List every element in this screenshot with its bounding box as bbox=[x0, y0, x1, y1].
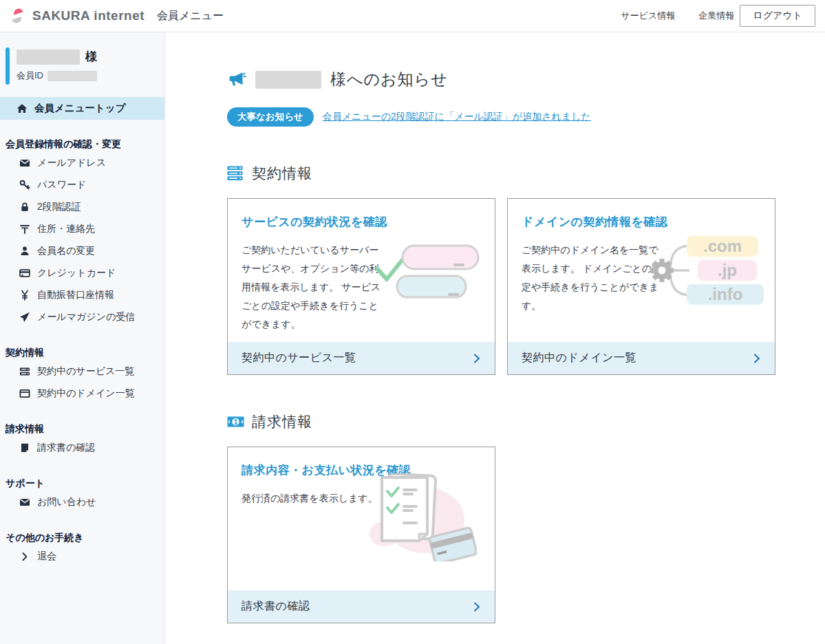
section-title: 請求情報 bbox=[252, 412, 312, 431]
card-body-text: ご契約いただいているサーバーサービスや、オプション等の利用情報を表示します。 サ… bbox=[242, 241, 387, 334]
card-domain-contract: ドメインの契約情報を確認 ご契約中のドメイン名を一覧で表示します。 ドメインごと… bbox=[507, 198, 775, 375]
send-icon bbox=[19, 312, 30, 323]
sidebar-item-label: メールマガジンの受信 bbox=[37, 311, 135, 323]
sidebar: 様 会員ID 会員メニュートップ 会員登録情報の確認・変更メールアドレスパスワー… bbox=[0, 32, 165, 644]
sidebar-item-credit-card[interactable]: クレジットカード bbox=[0, 262, 164, 284]
sidebar-item-address[interactable]: 住所・連絡先 bbox=[0, 218, 164, 240]
svg-text:1: 1 bbox=[234, 418, 238, 426]
card-body-text: ご契約中のドメイン名を一覧で表示します。 ドメインごとの設定や手続きを行うことが… bbox=[522, 241, 667, 315]
domain-pill-com: .com bbox=[703, 237, 742, 255]
brand: SAKURA internet bbox=[8, 7, 144, 25]
sidebar-item-domain-list[interactable]: 契約中のドメイン一覧 bbox=[0, 383, 164, 405]
sidebar-item-two-factor[interactable]: 2段階認証 bbox=[0, 196, 164, 218]
sidebar-item-email[interactable]: メールアドレス bbox=[0, 152, 164, 174]
user-name-suffix: 様 bbox=[85, 49, 97, 65]
chevron-right-icon bbox=[751, 353, 762, 364]
notice-link[interactable]: 会員メニューの2段階認証に「メール認証」が追加されました bbox=[323, 111, 591, 123]
top-bar: SAKURA internet 会員メニュー サービス情報企業情報 ログアウト bbox=[0, 0, 825, 32]
sidebar-item-label: 退会 bbox=[37, 550, 56, 563]
sidebar-section-title: 会員登録情報の確認・変更 bbox=[6, 138, 159, 151]
sidebar-item-password[interactable]: パスワード bbox=[0, 174, 164, 196]
banknote-icon: 1 bbox=[227, 414, 244, 429]
sidebar-item-withdraw[interactable]: 退会 bbox=[0, 546, 164, 568]
sidebar-item-label: 契約中のサービス一覧 bbox=[37, 365, 134, 378]
card-title: 請求内容・お支払い状況を確認 bbox=[242, 462, 481, 478]
invoice-icon bbox=[19, 442, 30, 453]
sakura-logo-icon bbox=[8, 7, 27, 25]
server-stack-icon bbox=[227, 166, 244, 181]
app-title: 会員メニュー bbox=[157, 9, 224, 23]
user-accent-bar bbox=[6, 47, 10, 85]
redacted-user-name bbox=[255, 71, 321, 89]
sidebar-section-title: その他のお手続き bbox=[6, 532, 159, 544]
section-heading-billing: 1 請求情報 bbox=[227, 412, 825, 431]
card-footer-link-invoice-check[interactable]: 請求書の確認 bbox=[228, 590, 495, 623]
sidebar-item-label: 請求書の確認 bbox=[37, 442, 95, 454]
redacted-member-id bbox=[47, 71, 97, 81]
megaphone-icon bbox=[227, 70, 246, 89]
chevron-right-icon bbox=[19, 551, 30, 562]
card-billing: 請求内容・お支払い状況を確認 発行済の請求書を表示します。 bbox=[227, 447, 495, 623]
sidebar-item-label: メールアドレス bbox=[37, 157, 106, 169]
main-content: 様へのお知らせ 大事なお知らせ 会員メニューの2段階認証に「メール認証」が追加さ… bbox=[165, 32, 825, 644]
user-block: 様 会員ID bbox=[0, 32, 164, 82]
lock-icon bbox=[19, 202, 30, 213]
logout-button[interactable]: ログアウト bbox=[740, 5, 815, 27]
top-nav: サービス情報企業情報 bbox=[621, 10, 734, 22]
page-title: 様へのお知らせ bbox=[330, 69, 448, 90]
home-icon bbox=[17, 103, 28, 114]
brand-name: SAKURA internet bbox=[32, 8, 144, 23]
notice-badge: 大事なお知らせ bbox=[227, 107, 314, 127]
card-body-text: 発行済の請求書を表示します。 bbox=[242, 489, 407, 508]
sidebar-item-label: 住所・連絡先 bbox=[37, 223, 95, 235]
postal-mark-icon bbox=[19, 224, 30, 235]
sidebar-section-title: 契約情報 bbox=[6, 347, 159, 359]
sidebar-item-label: 会員名の変更 bbox=[37, 245, 95, 257]
sidebar-item-mail-magazine[interactable]: メールマガジンの受信 bbox=[0, 306, 164, 328]
chevron-right-icon bbox=[471, 601, 482, 612]
mail-icon bbox=[19, 497, 30, 508]
credit-card-icon bbox=[19, 268, 30, 279]
section-heading-contract: 契約情報 bbox=[227, 164, 825, 183]
notice-row: 大事なお知らせ 会員メニューの2段階認証に「メール認証」が追加されました bbox=[227, 107, 825, 127]
sidebar-item-service-list[interactable]: 契約中のサービス一覧 bbox=[0, 361, 164, 383]
card-title: サービスの契約状況を確認 bbox=[242, 214, 481, 230]
sidebar-item-label: お問い合わせ bbox=[37, 496, 96, 508]
sidebar-item-label: 会員メニュートップ bbox=[34, 102, 126, 115]
sidebar-item-contact[interactable]: お問い合わせ bbox=[0, 491, 164, 513]
sidebar-item-label: 契約中のドメイン一覧 bbox=[37, 387, 135, 400]
sidebar-item-label: クレジットカード bbox=[37, 267, 116, 279]
sidebar-section-title: サポート bbox=[6, 477, 159, 490]
sidebar-item-label: 自動振替口座情報 bbox=[37, 289, 114, 301]
announcement-heading: 様へのお知らせ bbox=[227, 69, 825, 90]
section-title: 契約情報 bbox=[252, 164, 312, 183]
sidebar-item-bank-transfer[interactable]: 自動振替口座情報 bbox=[0, 284, 164, 306]
sidebar-item-invoice-check[interactable]: 請求書の確認 bbox=[0, 437, 164, 459]
top-nav-link-corporate-info[interactable]: 企業情報 bbox=[698, 10, 734, 22]
top-nav-link-service-info[interactable]: サービス情報 bbox=[621, 10, 675, 22]
services-illustration-icon bbox=[374, 240, 482, 309]
sidebar-item-label: パスワード bbox=[37, 179, 86, 191]
card-footer-label: 契約中のドメイン一覧 bbox=[522, 351, 636, 365]
server-stack-icon bbox=[19, 366, 30, 377]
card-footer-link-service-list[interactable]: 契約中のサービス一覧 bbox=[228, 342, 495, 374]
domain-pill-jp: .jp bbox=[718, 261, 737, 279]
card-footer-label: 契約中のサービス一覧 bbox=[242, 351, 356, 365]
chevron-right-icon bbox=[471, 353, 482, 364]
invoice-illustration-icon bbox=[358, 473, 477, 564]
redacted-user-name bbox=[17, 50, 80, 65]
card-service-contract: サービスの契約状況を確認 ご契約いただいているサーバーサービスや、オプション等の… bbox=[227, 198, 495, 375]
mail-icon bbox=[19, 158, 30, 169]
key-icon bbox=[19, 180, 30, 191]
sidebar-item-label: 2段階認証 bbox=[37, 201, 81, 213]
domain-pill-info: .info bbox=[708, 285, 743, 303]
card-footer-link-domain-list[interactable]: 契約中のドメイン一覧 bbox=[508, 342, 775, 374]
sidebar-item-member-name[interactable]: 会員名の変更 bbox=[0, 240, 164, 262]
person-icon bbox=[19, 246, 30, 257]
card-title: ドメインの契約情報を確認 bbox=[522, 214, 761, 230]
member-id-label: 会員ID bbox=[17, 69, 43, 82]
card-footer-label: 請求書の確認 bbox=[242, 599, 310, 614]
browser-window-icon bbox=[19, 388, 30, 399]
sidebar-item-member-menu-top[interactable]: 会員メニュートップ bbox=[0, 97, 164, 120]
yen-icon bbox=[19, 290, 30, 301]
